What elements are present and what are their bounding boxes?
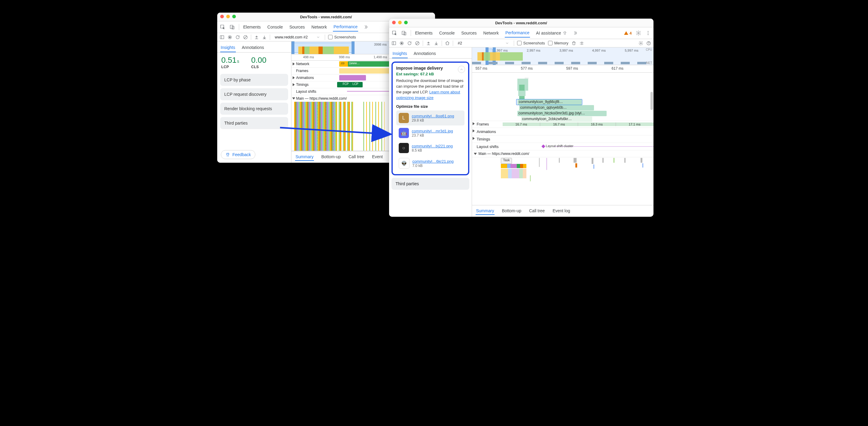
file-name-link[interactable]: communityI…8oq61.png: [412, 114, 454, 118]
split-icon[interactable]: [579, 41, 584, 46]
file-name-link[interactable]: communityI…6kr21.png: [412, 159, 454, 164]
track-main-header[interactable]: Main — https://www.reddit.com/: [472, 151, 653, 157]
file-name-link[interactable]: communityI…bj221.png: [412, 144, 453, 148]
device-toggle-icon[interactable]: [401, 30, 407, 36]
tabs-overflow-icon[interactable]: [573, 31, 578, 35]
perf-toolbar: #2 Screenshots Memory: [389, 39, 653, 47]
entry-chip[interactable]: communityIcon_hlczkoi3mr3d1.jpg (styl…: [517, 111, 607, 116]
time-ruler-zoom[interactable]: 557 ms 577 ms 597 ms 617 ms: [472, 65, 653, 73]
more-icon[interactable]: [645, 30, 651, 36]
toggle-panel-icon[interactable]: [220, 35, 224, 40]
scrollbar[interactable]: [650, 92, 653, 110]
download-icon[interactable]: [262, 35, 267, 40]
subtab-insights[interactable]: Insights: [220, 43, 236, 52]
toggle-panel-icon[interactable]: [392, 41, 396, 46]
trash-icon[interactable]: [571, 41, 576, 46]
bottom-tab-eventlog[interactable]: Event: [371, 153, 383, 161]
network-lane[interactable]: … communityIcon_9yj66cjf8… communityIcon…: [472, 73, 653, 121]
track-layout-shifts[interactable]: Layout shifts Layout shift cluster: [472, 143, 653, 151]
record-icon[interactable]: [399, 41, 404, 46]
tab-performance[interactable]: Performance: [333, 23, 358, 32]
frame-cell: 17.1 ms: [616, 123, 653, 126]
tab-ai-assistance[interactable]: AI assistance: [535, 29, 567, 37]
tab-sources[interactable]: Sources: [289, 23, 305, 31]
file-item[interactable]: 👽 communityI…6kr21.png7.0 kB: [396, 156, 465, 171]
bottom-tab-summary[interactable]: Summary: [295, 153, 314, 161]
file-thumb: ○: [399, 143, 409, 153]
tab-console[interactable]: Console: [267, 23, 283, 31]
file-name-link[interactable]: communityI…mr3d1.jpg: [412, 129, 453, 133]
minimize-icon[interactable]: [398, 21, 402, 24]
upload-icon[interactable]: [254, 35, 259, 40]
entry-chip[interactable]: communityIcon_2cbkzwfs6kr…: [521, 117, 592, 122]
bottom-tab-calltree[interactable]: Call tree: [528, 207, 545, 215]
feedback-button[interactable]: Feedback: [221, 150, 255, 159]
file-item[interactable]: ○ communityI…bj221.png8.5 kB: [396, 140, 465, 156]
tab-elements[interactable]: Elements: [243, 23, 261, 31]
window-title: DevTools - www.reddit.com/: [300, 15, 352, 19]
subtab-annotations[interactable]: Annotations: [241, 43, 265, 52]
clear-icon[interactable]: [415, 41, 420, 46]
device-toggle-icon[interactable]: [229, 24, 235, 30]
file-item[interactable]: L communityI…8oq61.png29.8 kB: [396, 110, 465, 126]
overview-minimap[interactable]: 1,997 ms 2,997 ms 3,997 ms 4,997 ms 5,99…: [472, 47, 653, 65]
track-timings[interactable]: Timings: [472, 135, 653, 143]
bottom-tab-bottomup[interactable]: Bottom-up: [320, 153, 341, 161]
home-icon[interactable]: [445, 41, 450, 46]
recording-select[interactable]: #2: [456, 40, 511, 46]
insight-render-blocking[interactable]: Render blocking requests: [220, 103, 288, 115]
inspect-icon[interactable]: [392, 30, 398, 36]
help-icon[interactable]: [646, 41, 651, 46]
inspect-icon[interactable]: [220, 24, 226, 30]
settings-icon[interactable]: [636, 30, 642, 36]
insight-lcp-by-phase[interactable]: LCP by phase: [220, 74, 288, 86]
tab-network[interactable]: Network: [483, 29, 499, 37]
tab-sources[interactable]: Sources: [461, 29, 477, 37]
flame-chart[interactable]: Task: [472, 157, 653, 205]
entry-chip[interactable]: communityIcon_9yj66cjf8…: [518, 99, 582, 105]
collapse-icon[interactable]: [458, 66, 465, 73]
insight-third-parties[interactable]: Third parties: [220, 117, 288, 129]
close-icon[interactable]: [392, 21, 396, 24]
file-thumb: 🤖: [399, 128, 409, 138]
tabs-overflow-icon[interactable]: [364, 25, 368, 29]
warning-badge[interactable]: 4: [624, 31, 631, 35]
bottom-tab-summary[interactable]: Summary: [475, 207, 495, 215]
insight-third-parties[interactable]: Third parties: [392, 178, 469, 190]
screenshots-checkbox[interactable]: Screenshots: [328, 35, 356, 39]
reload-record-icon[interactable]: [235, 35, 240, 40]
memory-checkbox[interactable]: Memory: [548, 41, 568, 45]
bottom-tab-eventlog[interactable]: Event log: [552, 207, 570, 215]
zoom-icon[interactable]: [404, 21, 408, 24]
track-animations[interactable]: Animations: [472, 128, 653, 135]
tab-console[interactable]: Console: [439, 29, 455, 37]
tab-network[interactable]: Network: [311, 23, 328, 31]
tab-performance[interactable]: Performance: [505, 29, 530, 37]
screenshots-checkbox[interactable]: Screenshots: [517, 41, 545, 45]
subtab-annotations[interactable]: Annotations: [413, 49, 437, 58]
subtab-insights[interactable]: Insights: [392, 49, 408, 58]
svg-point-19: [401, 42, 402, 44]
bottom-tab-bottomup[interactable]: Bottom-up: [501, 207, 522, 215]
svg-point-15: [648, 34, 648, 35]
settings-icon[interactable]: [639, 41, 643, 46]
insight-lcp-request-discovery[interactable]: LCP request discovery: [220, 88, 288, 100]
file-item[interactable]: 🤖 communityI…mr3d1.jpg23.7 kB: [396, 126, 465, 140]
tab-elements[interactable]: Elements: [414, 29, 433, 37]
bottom-tabs: Summary Bottom-up Call tree Event log: [472, 205, 653, 217]
minimize-icon[interactable]: [226, 15, 230, 18]
bottom-tab-calltree[interactable]: Call tree: [348, 153, 365, 161]
task-chip[interactable]: Task: [501, 158, 512, 164]
frames-track[interactable]: Frames 16.7 ms 16.7 ms 16.3 ms 17.1 ms: [472, 121, 653, 128]
clear-icon[interactable]: [243, 35, 248, 40]
download-icon[interactable]: [434, 41, 439, 46]
upload-icon[interactable]: [426, 41, 431, 46]
close-icon[interactable]: [220, 15, 224, 18]
reload-record-icon[interactable]: [407, 41, 412, 46]
zoom-icon[interactable]: [232, 15, 236, 18]
record-icon[interactable]: [227, 35, 232, 40]
recording-select[interactable]: www.reddit.com #2: [273, 34, 322, 40]
entry-chip[interactable]: communityIcon_qqtvyeb0b…: [519, 105, 594, 110]
svg-point-13: [648, 31, 648, 32]
cpu-label: CPU: [646, 48, 652, 51]
